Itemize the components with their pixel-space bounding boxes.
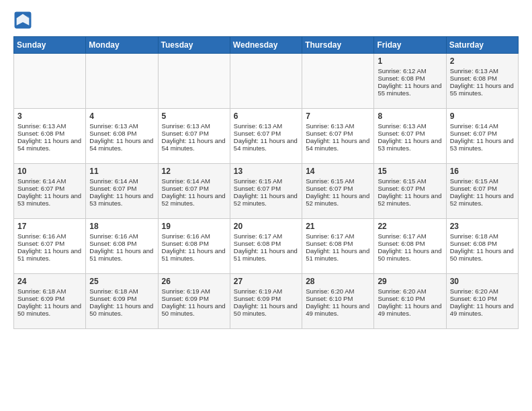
calendar-cell: 18Sunrise: 6:16 AMSunset: 6:08 PMDayligh… [86, 219, 158, 274]
cell-info: Sunset: 6:07 PM [17, 185, 82, 192]
logo-icon [13, 11, 32, 30]
calendar-cell [158, 54, 230, 109]
cell-info: Sunset: 6:07 PM [234, 130, 298, 137]
day-number: 5 [162, 111, 226, 121]
day-number: 11 [89, 167, 154, 176]
cell-info: Sunrise: 6:14 AM [450, 122, 515, 130]
calendar-cell [302, 54, 374, 109]
logo [13, 11, 35, 30]
day-number: 4 [89, 111, 154, 121]
cell-info: Daylight: 11 hours and 50 minutes. [378, 247, 442, 262]
cell-info: Sunset: 6:08 PM [162, 240, 226, 247]
cell-info: Sunrise: 6:17 AM [306, 232, 370, 240]
day-number: 18 [89, 222, 154, 231]
cell-info: Daylight: 11 hours and 50 minutes. [234, 302, 298, 317]
cell-info: Daylight: 11 hours and 52 minutes. [450, 192, 515, 207]
week-row-1: 1Sunrise: 6:12 AMSunset: 6:08 PMDaylight… [14, 54, 519, 109]
cell-info: Sunrise: 6:13 AM [306, 122, 370, 130]
col-header-wednesday: Wednesday [230, 37, 302, 54]
cell-info: Sunset: 6:07 PM [450, 185, 515, 192]
col-header-friday: Friday [374, 37, 446, 54]
calendar-cell: 24Sunrise: 6:18 AMSunset: 6:09 PMDayligh… [14, 274, 86, 329]
cell-info: Daylight: 11 hours and 52 minutes. [234, 192, 298, 207]
col-header-monday: Monday [86, 37, 158, 54]
day-number: 7 [306, 111, 370, 121]
cell-info: Sunrise: 6:18 AM [17, 287, 82, 295]
day-number: 17 [17, 222, 82, 231]
cell-info: Sunset: 6:09 PM [234, 295, 298, 302]
day-number: 14 [306, 167, 370, 176]
cell-info: Sunset: 6:07 PM [306, 130, 370, 137]
cell-info: Daylight: 11 hours and 51 minutes. [89, 247, 154, 262]
cell-info: Daylight: 11 hours and 50 minutes. [450, 247, 515, 262]
cell-info: Daylight: 11 hours and 54 minutes. [306, 137, 370, 152]
cell-info: Sunset: 6:07 PM [162, 130, 226, 137]
cell-info: Daylight: 11 hours and 52 minutes. [162, 192, 226, 207]
day-number: 13 [234, 167, 298, 176]
cell-info: Daylight: 11 hours and 51 minutes. [234, 247, 298, 262]
cell-info: Daylight: 11 hours and 53 minutes. [450, 137, 515, 152]
week-row-4: 17Sunrise: 6:16 AMSunset: 6:07 PMDayligh… [14, 219, 519, 274]
calendar-cell [230, 54, 302, 109]
week-row-3: 10Sunrise: 6:14 AMSunset: 6:07 PMDayligh… [14, 164, 519, 219]
cell-info: Sunrise: 6:17 AM [378, 232, 442, 240]
week-row-5: 24Sunrise: 6:18 AMSunset: 6:09 PMDayligh… [14, 274, 519, 329]
cell-info: Daylight: 11 hours and 52 minutes. [378, 192, 442, 207]
cell-info: Sunrise: 6:14 AM [162, 177, 226, 185]
cell-info: Daylight: 11 hours and 50 minutes. [89, 302, 154, 317]
cell-info: Sunrise: 6:18 AM [89, 287, 154, 295]
calendar-cell: 15Sunrise: 6:15 AMSunset: 6:07 PMDayligh… [374, 164, 446, 219]
day-number: 1 [378, 56, 442, 66]
calendar-cell: 5Sunrise: 6:13 AMSunset: 6:07 PMDaylight… [158, 109, 230, 164]
col-header-saturday: Saturday [446, 37, 518, 54]
cell-info: Daylight: 11 hours and 50 minutes. [162, 302, 226, 317]
cell-info: Sunset: 6:08 PM [89, 130, 154, 137]
cell-info: Sunset: 6:07 PM [378, 185, 442, 192]
calendar-cell: 16Sunrise: 6:15 AMSunset: 6:07 PMDayligh… [446, 164, 518, 219]
cell-info: Sunset: 6:08 PM [450, 240, 515, 247]
day-number: 28 [306, 277, 370, 286]
week-row-2: 3Sunrise: 6:13 AMSunset: 6:08 PMDaylight… [14, 109, 519, 164]
cell-info: Sunrise: 6:13 AM [234, 122, 298, 130]
calendar-cell: 8Sunrise: 6:13 AMSunset: 6:07 PMDaylight… [374, 109, 446, 164]
cell-info: Sunset: 6:10 PM [306, 295, 370, 302]
calendar-cell: 30Sunrise: 6:20 AMSunset: 6:10 PMDayligh… [446, 274, 518, 329]
calendar-cell: 27Sunrise: 6:19 AMSunset: 6:09 PMDayligh… [230, 274, 302, 329]
day-number: 10 [17, 167, 82, 176]
header-row: SundayMondayTuesdayWednesdayThursdayFrid… [14, 37, 519, 54]
cell-info: Sunrise: 6:18 AM [450, 232, 515, 240]
day-number: 30 [450, 277, 515, 286]
col-header-sunday: Sunday [14, 37, 86, 54]
calendar-cell: 21Sunrise: 6:17 AMSunset: 6:08 PMDayligh… [302, 219, 374, 274]
cell-info: Sunset: 6:08 PM [89, 240, 154, 247]
day-number: 9 [450, 111, 515, 121]
cell-info: Daylight: 11 hours and 53 minutes. [89, 192, 154, 207]
calendar-cell: 26Sunrise: 6:19 AMSunset: 6:09 PMDayligh… [158, 274, 230, 329]
cell-info: Sunrise: 6:15 AM [378, 177, 442, 185]
cell-info: Sunset: 6:08 PM [450, 75, 515, 82]
cell-info: Daylight: 11 hours and 54 minutes. [17, 137, 82, 152]
cell-info: Daylight: 11 hours and 51 minutes. [162, 247, 226, 262]
calendar-cell: 2Sunrise: 6:13 AMSunset: 6:08 PMDaylight… [446, 54, 518, 109]
col-header-tuesday: Tuesday [158, 37, 230, 54]
cell-info: Sunrise: 6:15 AM [234, 177, 298, 185]
cell-info: Daylight: 11 hours and 49 minutes. [450, 302, 515, 317]
col-header-thursday: Thursday [302, 37, 374, 54]
cell-info: Sunset: 6:09 PM [162, 295, 226, 302]
day-number: 29 [378, 277, 442, 286]
cell-info: Sunrise: 6:20 AM [306, 287, 370, 295]
day-number: 23 [450, 222, 515, 231]
cell-info: Sunrise: 6:13 AM [17, 122, 82, 130]
cell-info: Sunrise: 6:19 AM [162, 287, 226, 295]
cell-info: Sunset: 6:09 PM [89, 295, 154, 302]
cell-info: Daylight: 11 hours and 51 minutes. [306, 247, 370, 262]
day-number: 22 [378, 222, 442, 231]
cell-info: Sunrise: 6:12 AM [378, 67, 442, 75]
cell-info: Daylight: 11 hours and 50 minutes. [17, 302, 82, 317]
cell-info: Sunrise: 6:20 AM [450, 287, 515, 295]
cell-info: Sunrise: 6:16 AM [89, 232, 154, 240]
calendar-cell: 12Sunrise: 6:14 AMSunset: 6:07 PMDayligh… [158, 164, 230, 219]
calendar-cell: 22Sunrise: 6:17 AMSunset: 6:08 PMDayligh… [374, 219, 446, 274]
calendar-table: SundayMondayTuesdayWednesdayThursdayFrid… [13, 36, 519, 329]
day-number: 15 [378, 167, 442, 176]
